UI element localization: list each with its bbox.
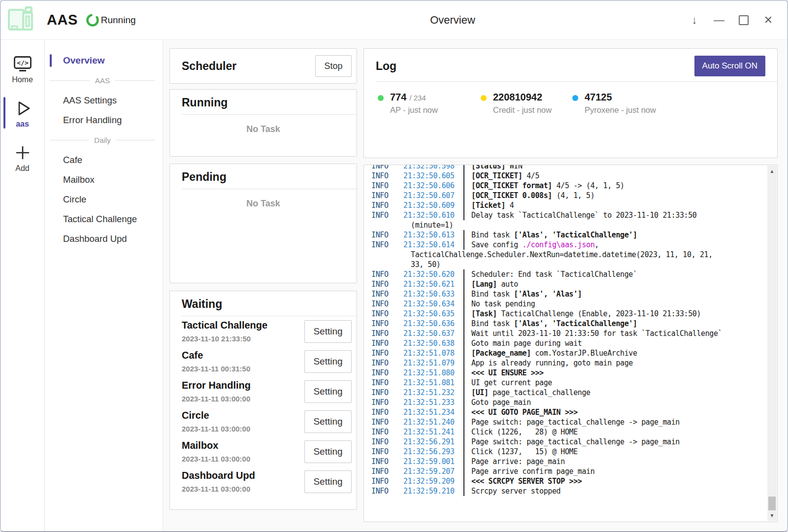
- log-line: INFO21:32:50.605[OCR_TICKET] 4/5: [364, 171, 777, 181]
- plus-icon: [13, 142, 33, 163]
- task-row: Circle2023-11-11 03:00:00Setting: [170, 406, 357, 436]
- log-time: 21:32:50.605: [403, 171, 463, 181]
- task-info: Mailbox2023-11-11 03:00:00: [182, 440, 250, 463]
- task-setting-button[interactable]: Setting: [304, 380, 352, 403]
- log-text: 4/5 -> (4, 1, 5): [552, 181, 624, 190]
- log-text: Page switch: page_tactical_challenge -> …: [471, 418, 680, 427]
- log-time: 21:32:56.291: [403, 437, 463, 447]
- task-name: Tactical Challenge: [182, 320, 267, 331]
- stat-item: 774/ 234AP - just now: [378, 92, 481, 115]
- log-message: Scrcpy server stopped: [471, 486, 560, 496]
- log-time: 21:32:51.241: [403, 427, 463, 437]
- collapse-icon: ↓: [692, 14, 697, 27]
- log-level: INFO: [364, 368, 403, 378]
- log-message: App is already running, goto main page: [471, 358, 633, 368]
- log-message: Wait until 2023-11-10 21:33:50 for task …: [471, 329, 722, 338]
- sidebar-item-overview[interactable]: Overview: [45, 51, 163, 70]
- log-line: INFO21:32:51.080<<< UI ENSURE >>>: [364, 368, 777, 378]
- sidebar: OverviewAASAAS SettingsError HandlingDai…: [45, 40, 163, 532]
- log-separator: [463, 299, 464, 309]
- log-separator: [463, 338, 464, 348]
- log-time: 21:32:50.633: [403, 289, 463, 299]
- task-row: Cafe2023-11-11 00:31:50Setting: [170, 346, 357, 376]
- scroll-down-button[interactable]: ▼: [767, 513, 777, 518]
- maximize-button[interactable]: [731, 0, 756, 40]
- log-level: INFO: [364, 476, 403, 486]
- stat-body: 47125Pyroxene - just now: [585, 92, 656, 115]
- log-time: 21:32:51.081: [403, 378, 463, 388]
- task-setting-button[interactable]: Setting: [304, 440, 352, 463]
- log-level: INFO: [364, 427, 403, 437]
- log-time: 21:32:56.293: [403, 447, 463, 457]
- pending-card: Pending No Task: [169, 164, 357, 283]
- log-line: INFO21:32:59.210Scrcpy server stopped: [364, 486, 777, 496]
- sidebar-divider-label: AAS: [90, 76, 115, 85]
- status-label: Running: [101, 15, 136, 26]
- log-time: 21:32:50.636: [403, 319, 463, 329]
- log-level: INFO: [364, 398, 403, 407]
- log-separator: [463, 230, 464, 240]
- task-next-run: 2023-11-11 03:00:00: [182, 425, 250, 433]
- stat-value: 220810942: [493, 92, 542, 103]
- log-text: Bind task: [471, 290, 514, 299]
- log-separator: [463, 348, 464, 358]
- scroll-up-button[interactable]: ▲: [767, 168, 777, 174]
- log-text: [UI]: [471, 388, 489, 397]
- log-text: 4: [505, 201, 514, 210]
- task-setting-button[interactable]: Setting: [304, 470, 352, 493]
- rail-item-aas[interactable]: aas: [0, 94, 44, 132]
- log-text: 4/5: [523, 171, 540, 180]
- stop-button[interactable]: Stop: [315, 55, 352, 77]
- log-separator: [463, 368, 464, 378]
- log-level: INFO: [364, 358, 403, 368]
- log-time: 21:32:51.078: [403, 348, 463, 358]
- rail-item-add[interactable]: Add: [0, 138, 44, 176]
- log-line: INFO21:32:50.598[Status] WIN: [364, 165, 777, 171]
- rail-item-home[interactable]: </>Home: [0, 50, 44, 87]
- sidebar-item-tactical-challenge[interactable]: Tactical Challenge: [45, 209, 163, 229]
- log-level: INFO: [364, 319, 403, 329]
- log-text: auto: [497, 280, 518, 289]
- log-scrollbar[interactable]: ▲ ▼: [767, 166, 777, 521]
- stat-value: 47125: [585, 92, 612, 103]
- collapse-button[interactable]: ↓: [682, 0, 707, 40]
- task-setting-button[interactable]: Setting: [304, 350, 352, 373]
- log-message: Page arrive confirm page_main: [471, 466, 594, 476]
- close-button[interactable]: ✕: [756, 0, 781, 40]
- log-separator: [463, 329, 464, 338]
- task-setting-button[interactable]: Setting: [304, 410, 352, 433]
- sidebar-item-mailbox[interactable]: Mailbox: [45, 170, 163, 190]
- log-line: INFO21:32:51.233Goto page_main: [364, 398, 777, 407]
- log-separator: [463, 407, 464, 417]
- log-separator: [463, 447, 464, 457]
- log-message: Click (1226, 28) @ HOME: [471, 427, 578, 437]
- log-time: 21:32:50.610: [403, 210, 463, 220]
- log-message: Page switch: page_tactical_challenge -> …: [471, 437, 680, 447]
- stat-body: 774/ 234AP - just now: [390, 92, 438, 115]
- log-line: INFO21:32:50.607[OCR_TICKET 0.008s] (4, …: [364, 191, 777, 200]
- minimize-button[interactable]: —: [707, 0, 731, 40]
- sidebar-item-dashboard-upd[interactable]: Dashboard Upd: [45, 229, 163, 249]
- scheduler-title: Scheduler: [182, 60, 236, 73]
- play-icon: [13, 98, 33, 119]
- scroll-thumb[interactable]: [768, 497, 776, 510]
- log-message: [OCR_TICKET] 4/5: [471, 171, 539, 181]
- log-message: [Ticket] 4: [471, 200, 514, 210]
- sidebar-item-cafe[interactable]: Cafe: [45, 150, 163, 170]
- log-line: INFO21:32:50.609[Ticket] 4: [364, 200, 777, 210]
- waiting-task-list: Tactical Challenge2023-11-10 21:33:50Set…: [170, 316, 357, 497]
- log-level: INFO: [364, 466, 403, 476]
- log-line: INFO21:32:50.606[OCR_TICKET format] 4/5 …: [364, 181, 777, 191]
- log-line: INFO21:32:50.610Delay task `TacticalChal…: [364, 210, 777, 220]
- sidebar-item-circle[interactable]: Circle: [45, 190, 163, 209]
- sidebar-item-aas-settings[interactable]: AAS Settings: [45, 91, 163, 110]
- auto-scroll-button[interactable]: Auto Scroll ON: [694, 56, 765, 76]
- task-name: Cafe: [182, 350, 250, 361]
- log-separator: [463, 358, 464, 368]
- waiting-title: Waiting: [182, 298, 222, 310]
- sidebar-item-error-handling[interactable]: Error Handling: [45, 110, 163, 130]
- log-message: <<< UI GOTO PAGE_MAIN >>>: [471, 407, 578, 417]
- stat-dot: [378, 95, 384, 101]
- stat-line: 47125: [585, 92, 656, 103]
- task-setting-button[interactable]: Setting: [304, 320, 352, 343]
